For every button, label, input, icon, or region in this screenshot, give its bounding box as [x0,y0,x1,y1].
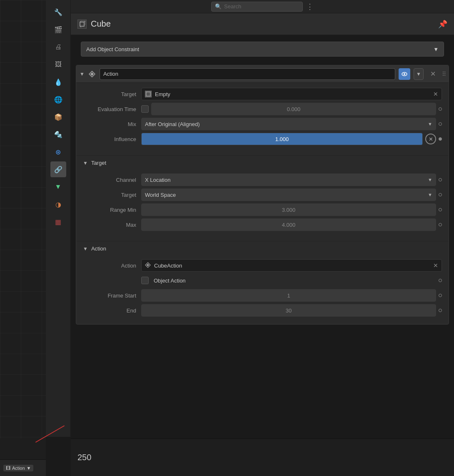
scroll-area[interactable]: Add Object Constraint ▼ ▼ [71,35,454,439]
eval-time-field[interactable]: 0.000 [151,103,436,115]
sidebar-icon-image[interactable]: 🖼 [50,57,66,72]
target2-keyframe-dot[interactable] [439,193,442,196]
target2-row: Target World Space ▼ [83,188,442,201]
mix-select-arrow: ▼ [428,121,432,126]
mix-value: After Original (Aligned) [145,121,426,127]
action-clear-button[interactable]: ✕ [433,262,438,269]
eval-time-row: Evaluation Time 0.000 [83,103,442,115]
collapse-arrow-icon[interactable]: ▼ [80,71,85,77]
range-min-control: 3.000 [141,203,442,216]
max-field[interactable]: 4.000 [141,218,436,231]
drag-handle-icon[interactable]: ⠿ [442,71,445,77]
channel-row: Channel X Location ▼ [83,174,442,186]
sidebar: 🔧 🎬 🖨 🖼 💧 🌐 📦 🔩 ⊛ 🔗 ▼ ◑ ▦ [46,0,71,437]
add-constraint-button[interactable]: Add Object Constraint ▼ [81,42,444,57]
svg-marker-14 [147,264,149,266]
channel-keyframe-dot[interactable] [439,178,442,181]
end-label: End [83,307,141,314]
channel-value: X Location [145,177,426,183]
search-icon: 🔍 [215,3,222,10]
constraint-dropdown-button[interactable]: ▼ [414,68,424,80]
eval-time-checkbox[interactable] [141,105,149,113]
constraint-close-button[interactable]: ✕ [427,68,439,80]
channel-select[interactable]: X Location ▼ [141,174,436,186]
channel-label: Channel [83,177,141,183]
influence-label: Influence [83,136,141,142]
action-diamond-icon [145,262,151,269]
target-section-header: ▼ Target [76,155,449,169]
constraint-header: ▼ ▼ ✕ [76,65,449,83]
influence-reset-button[interactable]: ✕ [425,134,436,144]
half-circle-icon: ◑ [55,201,61,208]
mix-row: Mix After Original (Aligned) ▼ [83,118,442,130]
header-row: Cube 📌 [71,13,454,35]
max-label: Max [83,222,141,228]
sidebar-icon-half[interactable]: ◑ [50,196,66,212]
sidebar-icon-scene[interactable]: 🎬 [50,22,66,37]
sidebar-icon-constraint[interactable]: 🔗 [50,161,66,177]
max-control: 4.000 [141,218,442,231]
target2-label: Target [83,192,141,198]
filter-icon: ▼ [55,183,62,191]
range-min-field[interactable]: 3.000 [141,203,436,216]
sidebar-icon-filter[interactable]: ▼ [50,179,66,195]
target2-value: World Space [145,192,426,198]
target-section-collapse[interactable]: ▼ [83,160,88,166]
close-x-icon: ✕ [430,70,436,78]
eval-time-value: 0.000 [287,106,301,112]
search-box[interactable]: 🔍 Search [211,2,303,12]
action-input-field[interactable]: CubeAction ✕ [141,259,442,272]
sidebar-icon-object[interactable]: 📦 [50,109,66,125]
sidebar-icon-tools[interactable]: 🔧 [50,4,66,20]
mix-select[interactable]: After Original (Aligned) ▼ [141,118,436,130]
max-keyframe-dot[interactable] [439,223,442,226]
influence-field[interactable]: 1.000 [141,133,423,145]
end-control: 30 [141,304,442,317]
target-control: Empty ✕ [141,88,442,100]
svg-rect-0 [80,22,84,26]
target2-select[interactable]: World Space ▼ [141,188,436,201]
visibility-eye-button[interactable] [399,68,410,80]
top-search-bar: 🔍 Search ⋮ [71,0,454,13]
range-min-keyframe-dot[interactable] [439,208,442,211]
sidebar-icon-physics[interactable]: 🌐 [50,92,66,107]
action-btn[interactable]: 🎞 Action ▼ [3,465,33,471]
eval-time-control: 0.000 [141,103,442,115]
mesh-cube-icon [77,20,87,29]
frame-start-field[interactable]: 1 [141,289,436,302]
object-action-control: Object Action [141,277,442,284]
mix-keyframe-dot[interactable] [439,122,442,126]
target-value: Empty [155,91,170,97]
end-field[interactable]: 30 [141,304,436,317]
pin-icon[interactable]: 📌 [438,20,447,29]
action-section-header: ▼ Action [76,241,449,254]
action-section-form: Action CubeAction ✕ [76,254,449,324]
target-input-field[interactable]: Empty ✕ [141,88,442,100]
sidebar-icon-render[interactable]: 🖨 [50,39,66,55]
channel-arrow: ▼ [428,177,432,182]
sidebar-icon-particles[interactable]: 💧 [50,74,66,90]
action-control: CubeAction ✕ [141,259,442,272]
object-action-keyframe-dot[interactable] [439,279,442,282]
influence-value: 1.000 [275,136,289,142]
target2-control: World Space ▼ [141,188,442,201]
sidebar-icon-modifier[interactable]: 🔩 [50,126,66,142]
mix-control: After Original (Aligned) ▼ [141,118,442,130]
range-min-value: 3.000 [282,207,296,213]
target-clear-button[interactable]: ✕ [433,91,438,97]
action-section-collapse[interactable]: ▼ [83,246,88,252]
influence-keyframe-dot[interactable] [439,137,442,141]
svg-line-12 [150,92,151,92]
properties-panel: 🔍 Search ⋮ Cube 📌 Add Object Constraint … [71,0,454,476]
sidebar-icon-checker[interactable]: ▦ [50,214,66,230]
eval-time-label: Evaluation Time [83,106,141,112]
object-action-checkbox[interactable] [141,277,149,284]
eval-time-keyframe-dot[interactable] [439,107,442,111]
sidebar-icon-shader[interactable]: ⊛ [50,144,66,160]
object-icon: 📦 [54,113,62,121]
max-row: Max 4.000 [83,218,442,231]
constraint-name-input[interactable] [100,68,395,80]
frame-start-keyframe-dot[interactable] [439,294,442,297]
end-keyframe-dot[interactable] [439,309,442,312]
topbar-filter-icon[interactable]: ⋮ [306,2,314,11]
